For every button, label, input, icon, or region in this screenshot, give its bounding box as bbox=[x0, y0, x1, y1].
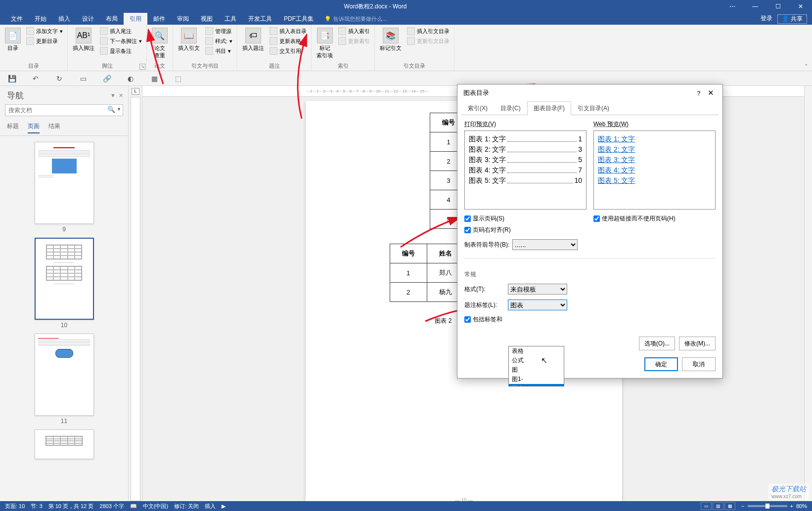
dialog-tab-toa[interactable]: 引文目录(A) bbox=[571, 101, 616, 115]
toc-button[interactable]: 📄 目录 bbox=[3, 27, 23, 53]
minimize-button[interactable]: — bbox=[744, 3, 767, 10]
search-dropdown-icon[interactable]: ▼ bbox=[117, 107, 121, 112]
status-proofing-icon[interactable]: 📖 bbox=[130, 503, 137, 510]
insert-caption-button[interactable]: 🏷 插入题注 bbox=[240, 27, 266, 53]
paper-check-button[interactable]: 🔍 论文 查重 bbox=[150, 27, 170, 60]
nav-close-button[interactable]: ✕ bbox=[119, 92, 123, 99]
web-preview-link[interactable]: 图表 3: 文字 bbox=[598, 155, 711, 165]
menu-pdf-tools[interactable]: PDF工具集 bbox=[278, 13, 319, 25]
vertical-ruler[interactable] bbox=[131, 97, 140, 501]
dropdown-option[interactable]: 图1- bbox=[509, 375, 564, 384]
dialog-tab-index[interactable]: 索引(X) bbox=[461, 101, 494, 115]
insert-index-button[interactable]: 插入索引 bbox=[337, 27, 371, 36]
status-section[interactable]: 节: 3 bbox=[31, 503, 42, 510]
menu-view[interactable]: 视图 bbox=[195, 13, 219, 25]
insert-toa-button[interactable]: 插入引文目录 bbox=[406, 27, 451, 36]
status-language[interactable]: 中文(中国) bbox=[143, 503, 168, 510]
add-text-button[interactable]: 添加文字 ▾ bbox=[25, 27, 64, 36]
web-preview-link[interactable]: 图表 2: 文字 bbox=[598, 144, 711, 155]
collapse-ribbon-button[interactable]: ⌃ bbox=[804, 63, 808, 69]
dropdown-option[interactable]: 公式 bbox=[509, 356, 564, 365]
citation-style-button[interactable]: 样式: ▾ bbox=[204, 37, 234, 45]
vertical-scrollbar[interactable] bbox=[804, 86, 812, 501]
menu-home[interactable]: 开始 bbox=[29, 13, 52, 25]
show-notes-button[interactable]: 显示备注 bbox=[98, 46, 143, 55]
thumbnail-page-12[interactable] bbox=[35, 429, 94, 459]
qat-icon-8[interactable]: ⬚ bbox=[173, 74, 183, 84]
ribbon-options-icon[interactable]: ⋯ bbox=[721, 3, 744, 10]
search-icon[interactable]: 🔍 bbox=[107, 106, 115, 113]
update-table-button[interactable]: 更新表格 bbox=[268, 37, 308, 45]
nav-tab-results[interactable]: 结果 bbox=[48, 122, 60, 133]
menu-design[interactable]: 设计 bbox=[76, 13, 100, 25]
nav-tab-pages[interactable]: 页面 bbox=[28, 122, 40, 133]
ok-button[interactable]: 确定 bbox=[644, 357, 678, 371]
tab-leader-select[interactable]: ...... bbox=[512, 239, 578, 250]
web-preview-link[interactable]: 图表 4: 文字 bbox=[598, 165, 711, 175]
redo-icon[interactable]: ↻ bbox=[54, 74, 64, 84]
dropdown-option-selected[interactable]: 图表 bbox=[509, 384, 564, 386]
tell-me-search[interactable]: 💡 告诉我您想要做什么... bbox=[324, 15, 387, 23]
menu-mailings[interactable]: 邮件 bbox=[147, 13, 171, 25]
insert-footnote-button[interactable]: AB¹ 插入脚注 bbox=[71, 27, 96, 53]
right-align-page-checkbox[interactable]: 页码右对齐(R) bbox=[464, 226, 586, 234]
status-page[interactable]: 页面: 10 bbox=[5, 503, 25, 510]
use-hyperlinks-checkbox[interactable]: 使用超链接而不使用页码(H) bbox=[593, 214, 716, 223]
zoom-out-button[interactable]: − bbox=[741, 503, 744, 509]
menu-file[interactable]: 文件 bbox=[5, 13, 29, 25]
cross-reference-button[interactable]: 交叉引用 bbox=[268, 46, 308, 55]
login-link[interactable]: 登录 bbox=[757, 14, 776, 24]
search-input[interactable] bbox=[5, 104, 123, 116]
next-footnote-button[interactable]: 下一条脚注 ▾ bbox=[98, 37, 143, 45]
caption-label-select[interactable]: 图表 bbox=[508, 299, 567, 310]
dialog-tab-toc[interactable]: 目录(C) bbox=[494, 101, 527, 115]
undo-icon[interactable]: ↶ bbox=[31, 74, 41, 84]
insert-table-of-figures-button[interactable]: 插入表目录 bbox=[268, 27, 308, 36]
insert-citation-button[interactable]: 📖 插入引文 bbox=[176, 27, 202, 53]
nav-tab-headings[interactable]: 标题 bbox=[7, 122, 19, 133]
caption-label-dropdown[interactable]: 表格 公式 图 图1- 图表 bbox=[508, 346, 564, 386]
update-toa-button[interactable]: 更新引文目录 bbox=[406, 37, 451, 45]
thumbnail-page-10[interactable]: 10 bbox=[35, 238, 94, 329]
save-icon[interactable]: 💾 bbox=[7, 74, 17, 84]
insert-endnote-button[interactable]: 插入尾注 bbox=[98, 27, 143, 36]
dialog-help-button[interactable]: ? bbox=[693, 89, 705, 97]
menu-review[interactable]: 审阅 bbox=[171, 13, 195, 25]
format-select[interactable]: 来自模板 bbox=[508, 284, 567, 295]
options-button[interactable]: 选项(O)... bbox=[639, 337, 675, 350]
thumbnail-page-11[interactable]: 11 bbox=[35, 334, 94, 425]
zoom-slider[interactable] bbox=[748, 505, 787, 507]
web-preview-link[interactable]: 图表 1: 文字 bbox=[598, 134, 711, 144]
modify-button[interactable]: 修改(M)... bbox=[679, 337, 716, 350]
menu-insert[interactable]: 插入 bbox=[52, 13, 76, 25]
menu-layout[interactable]: 布局 bbox=[100, 13, 124, 25]
update-index-button[interactable]: 更新索引 bbox=[337, 37, 371, 45]
status-insert-mode[interactable]: 插入 bbox=[205, 503, 216, 510]
menu-developer[interactable]: 开发工具 bbox=[242, 13, 278, 25]
update-toc-button[interactable]: 更新目录 bbox=[25, 37, 64, 45]
mark-citation-button[interactable]: 📚 标记引文 bbox=[378, 27, 404, 53]
qat-icon-4[interactable]: ▭ bbox=[78, 74, 88, 84]
dropdown-option[interactable]: 表格 bbox=[509, 346, 564, 356]
mark-entry-button[interactable]: 📑 标记 索引项 bbox=[315, 27, 335, 60]
status-words[interactable]: 2803 个字 bbox=[99, 503, 124, 510]
qat-icon-5[interactable]: 🔗 bbox=[102, 74, 112, 84]
close-window-button[interactable]: ✕ bbox=[789, 3, 812, 10]
status-page-of[interactable]: 第 10 页，共 12 页 bbox=[48, 503, 94, 510]
manage-sources-button[interactable]: 管理源 bbox=[204, 27, 234, 36]
thumbnail-page-9[interactable]: 9 bbox=[35, 142, 94, 233]
menu-tools[interactable]: 工具 bbox=[219, 13, 242, 25]
cancel-button[interactable]: 取消 bbox=[682, 357, 716, 371]
print-layout-button[interactable]: ▤ bbox=[713, 502, 723, 510]
status-macro-icon[interactable]: ▶ bbox=[222, 503, 226, 510]
maximize-button[interactable]: ☐ bbox=[767, 3, 789, 10]
web-preview-link[interactable]: 图表 5: 文字 bbox=[598, 175, 711, 186]
dropdown-option[interactable]: 图 bbox=[509, 365, 564, 375]
include-label-checkbox[interactable]: 包括标签和 bbox=[464, 315, 504, 324]
read-mode-button[interactable]: ▭ bbox=[701, 502, 712, 510]
qat-icon-7[interactable]: ▦ bbox=[149, 74, 159, 84]
qat-icon-6[interactable]: ◐ bbox=[126, 74, 135, 84]
dialog-close-button[interactable]: ✕ bbox=[705, 88, 717, 97]
nav-dropdown-icon[interactable]: ▼ bbox=[110, 92, 116, 99]
share-button[interactable]: 👤 共享 bbox=[777, 14, 807, 24]
